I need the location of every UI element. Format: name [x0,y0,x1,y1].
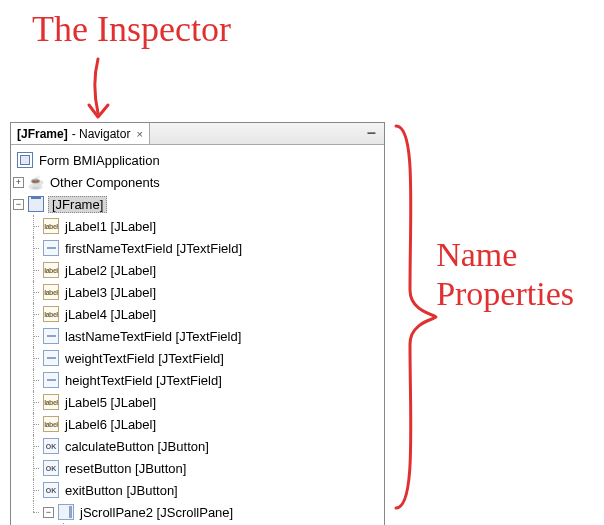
tree-item[interactable]: OKresetButton [JButton] [13,457,382,479]
tree-item[interactable]: labeljLabel4 [JLabel] [13,303,382,325]
navigator-tab[interactable]: [JFrame] - Navigator × [11,123,150,144]
tree-label: jLabel3 [JLabel] [63,285,158,300]
form-icon [17,152,33,168]
button-icon: OK [43,482,59,498]
tree-item[interactable]: labeljLabel6 [JLabel] [13,413,382,435]
label-icon: label [43,416,59,432]
tree-guide [28,281,39,303]
collapse-toggle[interactable]: − [13,199,24,210]
tree-item[interactable]: labeljLabel3 [JLabel] [13,281,382,303]
label-icon: label [43,218,59,234]
tree-label: resetButton [JButton] [63,461,188,476]
button-icon: OK [43,438,59,454]
textfield-icon [43,350,59,366]
annotation-name-line1: Name [436,235,574,274]
label-icon: label [43,306,59,322]
tree-item[interactable]: heightTextField [JTextField] [13,369,382,391]
scrollpane-icon [58,504,74,520]
button-icon: OK [43,460,59,476]
component-tree: Form BMIApplication + ☕ Other Components… [11,145,384,525]
textfield-icon [43,328,59,344]
tree-label: jLabel6 [JLabel] [63,417,158,432]
tree-guide [28,413,39,435]
tree-label: exitButton [JButton] [63,483,180,498]
textfield-icon [43,240,59,256]
textfield-icon [43,372,59,388]
tree-label-selected: [JFrame] [48,196,107,213]
tree-label: lastNameTextField [JTextField] [63,329,243,344]
close-icon[interactable]: × [136,128,142,140]
tree-guide [28,325,39,347]
tree-guide [28,259,39,281]
tree-item[interactable]: labeljLabel2 [JLabel] [13,259,382,281]
tree-label: Form BMIApplication [37,153,162,168]
tree-label: heightTextField [JTextField] [63,373,224,388]
tree-label: calculateButton [JButton] [63,439,211,454]
tree-label: weightTextField [JTextField] [63,351,226,366]
tree-item[interactable]: lastNameTextField [JTextField] [13,325,382,347]
annotation-brace [388,120,448,515]
tree-root[interactable]: Form BMIApplication [13,149,382,171]
tree-jscrollpane[interactable]: − jScrollPane2 [JScrollPane] [13,501,382,523]
tree-guide [28,215,39,237]
expand-toggle[interactable]: + [13,177,24,188]
tab-title-bold: [JFrame] [17,127,68,141]
tree-guide [28,479,39,501]
tab-title-rest: - Navigator [72,127,131,141]
collapse-toggle[interactable]: − [43,507,54,518]
tree-item[interactable]: weightTextField [JTextField] [13,347,382,369]
tree-other-components[interactable]: + ☕ Other Components [13,171,382,193]
tree-item[interactable]: labeljLabel5 [JLabel] [13,391,382,413]
tree-label: jLabel5 [JLabel] [63,395,158,410]
tree-guide [28,347,39,369]
tree-label: jLabel1 [JLabel] [63,219,158,234]
tree-item[interactable]: OKexitButton [JButton] [13,479,382,501]
minimize-button[interactable]: – [367,130,384,136]
annotation-name-line2: Properties [436,274,574,313]
tree-guide [28,501,39,523]
tree-label: jLabel4 [JLabel] [63,307,158,322]
tree-guide [28,303,39,325]
navigator-titlebar: [JFrame] - Navigator × – [11,123,384,145]
tree-guide [28,369,39,391]
label-icon: label [43,394,59,410]
beans-icon: ☕ [28,174,44,190]
annotation-arrow [80,55,120,125]
tree-guide [28,391,39,413]
tree-item[interactable]: firstNameTextField [JTextField] [13,237,382,259]
tree-guide [28,435,39,457]
tree-label: jLabel2 [JLabel] [63,263,158,278]
tree-guide [28,237,39,259]
annotation-name-properties: Name Properties [436,235,574,313]
tree-guide [28,457,39,479]
tree-item[interactable]: labeljLabel1 [JLabel] [13,215,382,237]
frame-icon [28,196,44,212]
tree-label: jScrollPane2 [JScrollPane] [78,505,235,520]
navigator-panel: [JFrame] - Navigator × – Form BMIApplica… [10,122,385,525]
label-icon: label [43,262,59,278]
tree-label: Other Components [48,175,162,190]
tree-jframe[interactable]: − [JFrame] [13,193,382,215]
annotation-title: The Inspector [32,8,231,50]
tree-label: firstNameTextField [JTextField] [63,241,244,256]
label-icon: label [43,284,59,300]
tree-item[interactable]: OKcalculateButton [JButton] [13,435,382,457]
